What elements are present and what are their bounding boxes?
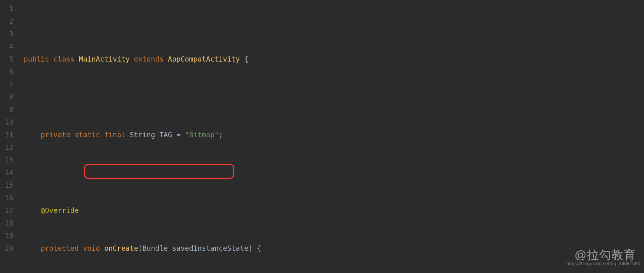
line-number: 17 bbox=[0, 204, 13, 217]
code-line: @Override bbox=[24, 204, 644, 217]
line-number: 16 bbox=[0, 191, 13, 204]
line-number: 8 bbox=[0, 91, 13, 103]
code-line bbox=[24, 91, 644, 103]
line-number: 7 bbox=[0, 78, 13, 91]
line-number: 12 bbox=[0, 141, 13, 154]
line-number: 10 bbox=[0, 116, 13, 128]
line-number: 1 bbox=[0, 2, 13, 15]
code-line: protected void onCreate(Bundle savedInst… bbox=[24, 242, 644, 254]
code-area[interactable]: public class MainActivity extends AppCom… bbox=[19, 0, 644, 273]
line-number: 2 bbox=[0, 15, 13, 27]
code-line: public class MainActivity extends AppCom… bbox=[24, 53, 644, 65]
code-editor: 1 2 3 4 5 6 7 8 9 10 11 12 13 14 15 16 1… bbox=[0, 0, 644, 273]
line-number-gutter: 1 2 3 4 5 6 7 8 9 10 11 12 13 14 15 16 1… bbox=[0, 0, 19, 273]
watermark-url: https://blog.csdn.net/qq_34681580 bbox=[567, 257, 641, 270]
line-number: 18 bbox=[0, 217, 13, 229]
line-number: 4 bbox=[0, 40, 13, 53]
line-number: 5 bbox=[0, 53, 13, 65]
line-number: 9 bbox=[0, 103, 13, 116]
line-number: 11 bbox=[0, 128, 13, 141]
line-number: 20 bbox=[0, 242, 13, 254]
code-line: private static final String TAG = "Bitma… bbox=[24, 128, 644, 141]
line-number: 19 bbox=[0, 229, 13, 242]
code-line bbox=[24, 166, 644, 179]
line-number: 15 bbox=[0, 179, 13, 191]
line-number: 13 bbox=[0, 154, 13, 166]
line-number: 6 bbox=[0, 65, 13, 78]
line-number: 3 bbox=[0, 27, 13, 40]
line-number: 14 bbox=[0, 166, 13, 179]
